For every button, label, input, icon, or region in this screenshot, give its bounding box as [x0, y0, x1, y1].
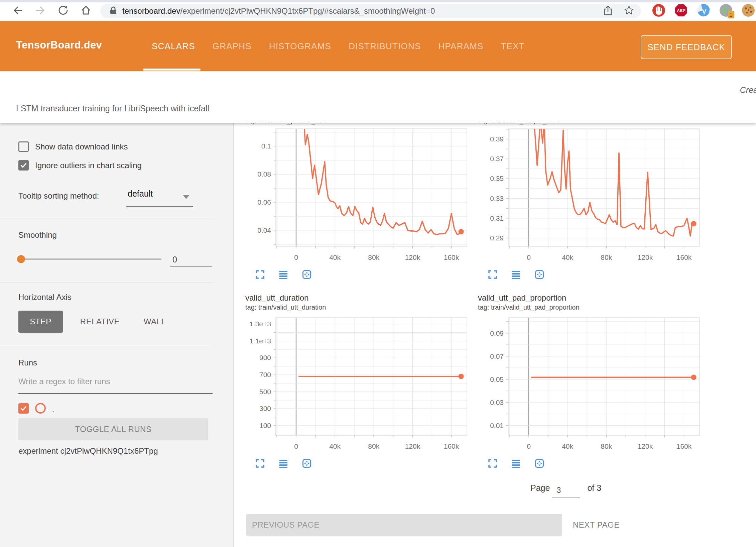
- svg-text:0.03: 0.03: [490, 399, 504, 406]
- chart-plot[interactable]: 040k80k120k160k0.010.030.050.070.09: [478, 316, 705, 455]
- cookie-extension-icon[interactable]: [741, 3, 755, 17]
- back-icon[interactable]: [12, 5, 23, 16]
- share-icon[interactable]: [603, 5, 613, 17]
- fit-domain-icon[interactable]: [301, 269, 313, 281]
- svg-text:40k: 40k: [562, 253, 573, 261]
- expand-lines-icon[interactable]: [278, 458, 289, 469]
- chart-toolbar: [487, 269, 705, 281]
- axis-wall-button[interactable]: WALL: [136, 311, 173, 333]
- forward-icon[interactable]: [35, 5, 46, 16]
- axis-step-button[interactable]: STEP: [18, 311, 63, 333]
- tooltip-sorting-underline: [126, 206, 193, 207]
- expand-lines-icon[interactable]: [511, 458, 522, 469]
- ignore-outliers-label: Ignore outliers in chart scaling: [35, 161, 142, 170]
- horizontal-axis-toggle: STEP RELATIVE WALL: [18, 311, 173, 333]
- svg-text:0.04: 0.04: [257, 226, 271, 234]
- tab-scalars[interactable]: SCALARS: [152, 41, 195, 51]
- svg-text:V: V: [702, 8, 706, 15]
- expand-card-icon[interactable]: [255, 458, 266, 469]
- svg-text:80k: 80k: [368, 442, 379, 450]
- smoothing-slider-track[interactable]: [21, 258, 161, 260]
- svg-text:120k: 120k: [405, 442, 420, 450]
- pagination: Page 3 of 3: [530, 483, 601, 496]
- tab-histograms[interactable]: HISTOGRAMS: [269, 41, 331, 51]
- toggle-all-runs-button[interactable]: TOGGLE ALL RUNS: [18, 418, 208, 440]
- svg-text:700: 700: [259, 371, 271, 378]
- run-color-swatch[interactable]: [35, 403, 46, 414]
- ignore-outliers-checkbox[interactable]: [18, 160, 29, 171]
- charts-area: tag: train/valid_pruned_loss 040k80k120k…: [234, 120, 756, 547]
- tab-distributions[interactable]: DISTRIBUTIONS: [349, 41, 421, 51]
- chevron-down-icon[interactable]: [183, 195, 190, 199]
- svg-text:0.09: 0.09: [490, 329, 504, 337]
- bookmark-star-icon[interactable]: [624, 5, 634, 17]
- runs-filter-underline: [18, 393, 213, 394]
- chart-card-simple-loss: tag: train/valid_simple_loss 040k80k120k…: [478, 122, 705, 281]
- svg-text:80k: 80k: [601, 253, 612, 261]
- show-download-links-checkbox[interactable]: [18, 141, 29, 152]
- axis-relative-button[interactable]: RELATIVE: [75, 311, 125, 333]
- smoothing-label: Smoothing: [18, 230, 57, 240]
- smoothing-slider-thumb[interactable]: [17, 255, 25, 263]
- experiment-run-name: experiment cj2vtPiwQHKN9Q1tx6PTpg: [18, 446, 158, 456]
- adblock-hand-extension-icon[interactable]: [652, 3, 666, 17]
- svg-text:1.3e+3: 1.3e+3: [249, 320, 271, 328]
- tooltip-sorting-label: Tooltip sorting method:: [18, 191, 99, 201]
- svg-text:0.39: 0.39: [490, 135, 504, 143]
- url-bar[interactable]: tensorboard.dev/experiment/cj2vtPiwQHKN9…: [100, 4, 641, 18]
- tab-graphs[interactable]: GRAPHS: [213, 41, 252, 51]
- experiment-title: LSTM transducer training for LibriSpeech…: [16, 104, 209, 113]
- send-feedback-button[interactable]: SEND FEEDBACK: [641, 35, 732, 59]
- fit-domain-icon[interactable]: [301, 458, 313, 469]
- expand-lines-icon[interactable]: [511, 269, 522, 281]
- fit-domain-icon[interactable]: [534, 458, 545, 469]
- svg-text:0.05: 0.05: [490, 375, 504, 383]
- chart-plot[interactable]: 040k80k120k160k0.290.310.330.350.370.39: [478, 127, 705, 266]
- svg-text:120k: 120k: [405, 253, 420, 261]
- svg-text:80k: 80k: [368, 253, 379, 261]
- svg-text:40k: 40k: [329, 253, 341, 261]
- divider: [0, 347, 213, 347]
- chart-card-valid-utt-duration: valid_utt_duration tag: train/valid_utt_…: [245, 293, 473, 469]
- divider: [0, 218, 213, 218]
- svg-text:0.35: 0.35: [490, 175, 504, 182]
- tooltip-sorting-select[interactable]: default: [128, 189, 153, 199]
- expand-card-icon[interactable]: [487, 458, 499, 469]
- svg-text:120k: 120k: [638, 442, 653, 450]
- chart-tag: tag: train/valid_utt_pad_proportion: [478, 303, 705, 312]
- horizontal-axis-label: Horizontal Axis: [18, 293, 72, 302]
- experiment-info-bar: LSTM transducer training for LibriSpeech…: [0, 71, 756, 123]
- tab-hparams[interactable]: HPARAMS: [438, 41, 484, 51]
- svg-text:120k: 120k: [638, 253, 653, 261]
- svg-text:0.06: 0.06: [257, 198, 271, 206]
- chart-plot[interactable]: 040k80k120k160k0.040.060.080.1: [245, 127, 473, 266]
- svg-text:0.31: 0.31: [490, 214, 504, 222]
- svg-text:40k: 40k: [562, 442, 573, 450]
- v-extension-icon[interactable]: V: [697, 3, 711, 17]
- profile-extension-icon[interactable]: 1: [719, 3, 733, 17]
- runs-label: Runs: [18, 358, 37, 367]
- svg-text:0.1: 0.1: [261, 142, 271, 150]
- fit-domain-icon[interactable]: [534, 269, 545, 281]
- home-icon[interactable]: [80, 5, 92, 16]
- url-text: tensorboard.dev/experiment/cj2vtPiwQHKN9…: [122, 6, 598, 16]
- svg-text:300: 300: [259, 405, 271, 412]
- chart-plot[interactable]: 040k80k120k160k1003005007009001.1e+31.3e…: [245, 316, 473, 455]
- next-page-button[interactable]: NEXT PAGE: [573, 520, 620, 530]
- page-number-input[interactable]: 3: [552, 486, 580, 498]
- run-name: .: [52, 405, 54, 414]
- reload-icon[interactable]: [57, 5, 69, 16]
- svg-text:0: 0: [294, 442, 298, 450]
- svg-text:160k: 160k: [444, 442, 459, 450]
- previous-page-button[interactable]: PREVIOUS PAGE: [246, 514, 562, 536]
- expand-card-icon[interactable]: [487, 269, 499, 281]
- abp-extension-icon[interactable]: ABP: [674, 3, 688, 17]
- tab-text[interactable]: TEXT: [501, 41, 525, 51]
- run-checkbox[interactable]: [18, 403, 29, 414]
- smoothing-value-input[interactable]: 0: [170, 253, 212, 267]
- show-download-links-label: Show data download links: [35, 142, 128, 151]
- runs-filter-input[interactable]: Write a regex to filter runs: [18, 377, 213, 386]
- svg-text:0.07: 0.07: [490, 352, 504, 360]
- expand-card-icon[interactable]: [255, 269, 266, 281]
- expand-lines-icon[interactable]: [278, 269, 289, 281]
